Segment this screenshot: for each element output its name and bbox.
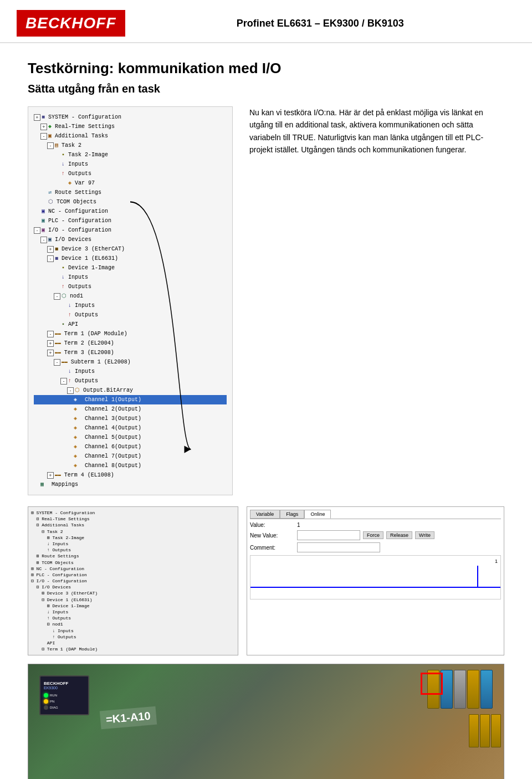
tree-item-ch4[interactable]: ◈ Channel 4(Output) xyxy=(34,423,227,433)
led-diag-label: DIAG xyxy=(50,706,58,709)
tree-item-ch1[interactable]: ◈ Channel 1(Output) xyxy=(34,395,227,404)
term4-icon: ▬▬ xyxy=(55,472,61,479)
plc-icon: ▣ xyxy=(42,217,45,225)
tree-item-system[interactable]: + ■ SYSTEM - Configuration xyxy=(34,112,227,122)
tree-item-term2[interactable]: + ▬▬ Term 2 (EL2004) xyxy=(34,339,227,348)
tree-label-bitarr: Output.BitArray xyxy=(83,386,133,394)
tree-item-ch6[interactable]: ◈ Channel 6(Output) xyxy=(34,442,227,452)
expand-icon-term3[interactable]: + xyxy=(47,350,54,356)
expand-icon-dev3[interactable]: + xyxy=(47,246,54,253)
tree-item-t2in[interactable]: ↓ Inputs xyxy=(34,160,227,169)
tree-item-route[interactable]: ⇌ Route Settings xyxy=(34,188,227,197)
terminal-5 xyxy=(480,670,493,709)
tree-label-term3: Term 3 (EL2008) xyxy=(64,348,114,357)
tab-online[interactable]: Online xyxy=(304,510,331,519)
expand-icon-iodev[interactable]: - xyxy=(40,237,47,243)
tree-item-s1in[interactable]: ↓ Inputs xyxy=(34,367,227,376)
tree-item-s1out[interactable]: - ↑ Outputs xyxy=(34,376,227,386)
tree-label-var97: Var 97 xyxy=(75,179,95,187)
value-label: Value: xyxy=(250,522,294,528)
force-button[interactable]: Force xyxy=(363,531,383,539)
header: BECKHOFF Profinet EL6631 – EK9300 / BK91… xyxy=(0,0,532,43)
ch8-icon: ◈ xyxy=(74,462,81,470)
tree-item-d1in[interactable]: ↓ Inputs xyxy=(34,273,227,282)
tree-item-dev1[interactable]: - ◼ Device 1 (EL6631) xyxy=(34,254,227,263)
comment-input[interactable] xyxy=(297,542,380,552)
expand-icon-dev1[interactable]: - xyxy=(47,255,54,262)
dev3-icon: ◼ xyxy=(55,245,58,253)
tab-variable[interactable]: Variable xyxy=(250,510,280,519)
newvalue-input[interactable] xyxy=(297,530,360,540)
tree-item-nodin[interactable]: ↓ Inputs xyxy=(34,301,227,310)
tree-item-ch2[interactable]: ◈ Channel 2(Output) xyxy=(34,404,227,414)
tree-item-ch7[interactable]: ◈ Channel 7(Output) xyxy=(34,452,227,461)
tree-label-term1: Term 1 (DAP Module) xyxy=(64,330,127,338)
expand-icon-io[interactable]: - xyxy=(34,227,40,234)
expand-icon-term4[interactable]: + xyxy=(47,472,54,479)
expand-icon-rt[interactable]: + xyxy=(40,124,47,130)
tree-item-rt[interactable]: + ◆ Real-Time Settings xyxy=(34,122,227,131)
beckhoff-device: BECKHOFF EK9300 RUN PN DIAG xyxy=(39,675,89,715)
tree-item-ch3[interactable]: ◈ Channel 3(Output) xyxy=(34,414,227,423)
tree-item-mappings[interactable]: ▦ Mappings xyxy=(34,480,227,489)
tree-item-term3[interactable]: + ▬▬ Term 3 (EL2008) xyxy=(34,348,227,357)
release-button[interactable]: Release xyxy=(386,531,412,539)
term-lower-1 xyxy=(469,714,479,747)
expand-icon-nod1[interactable]: - xyxy=(54,293,60,300)
left-column: + ■ SYSTEM - Configuration + ◆ Real-Time… xyxy=(28,106,233,495)
tree-item-task2[interactable]: - ▤ Task 2 xyxy=(34,141,227,150)
main-content: Testkörning: kommunikation med I/O Sätta… xyxy=(0,43,532,779)
expand-icon-task2[interactable]: - xyxy=(47,142,54,149)
tab-flags[interactable]: Flags xyxy=(280,510,304,519)
tree-item-nc[interactable]: ▣ NC - Configuration xyxy=(34,207,227,216)
expand-icon-term2[interactable]: + xyxy=(47,340,54,347)
d1in-icon: ↓ xyxy=(62,273,65,281)
tree-item-tcom[interactable]: ⬡ TCOM Objects xyxy=(34,197,227,207)
tree-item-bitarr[interactable]: - ⬡ Output.BitArray xyxy=(34,386,227,395)
tree-item-iodev[interactable]: - ▣ I/O Devices xyxy=(34,235,227,244)
red-circle-indicator xyxy=(421,673,443,695)
led-run: RUN xyxy=(44,693,85,698)
d1out-icon: ↑ xyxy=(62,283,65,291)
tree-label-ch7: Channel 7(Output) xyxy=(85,452,141,460)
led-diag: DIAG xyxy=(44,705,85,710)
tree-item-ch8[interactable]: ◈ Channel 8(Output) xyxy=(34,461,227,470)
terminal-blocks-lower xyxy=(469,714,501,747)
nod1-icon: ⬡ xyxy=(62,292,66,300)
tree-item-t2img[interactable]: ▪ Task 2-Image xyxy=(34,150,227,160)
expand-icon-s1out[interactable]: - xyxy=(60,378,67,385)
expand-icon[interactable]: + xyxy=(34,114,40,121)
tree-item-d1out[interactable]: ↑ Outputs xyxy=(34,282,227,291)
tree-item-dev3[interactable]: + ◼ Device 3 (EtherCAT) xyxy=(34,244,227,254)
hardware-photo: BECKHOFF EK9300 RUN PN DIAG xyxy=(28,664,504,779)
small-tree-content: ⊞ SYSTEM - Configuration ⊟ Real-Time Set… xyxy=(28,507,238,655)
tree-item-io[interactable]: - ▣ I/O - Configuration xyxy=(34,226,227,235)
tree-label-nodout: Outputs xyxy=(75,311,98,319)
device-brand: BECKHOFF xyxy=(44,681,85,686)
term2-icon: ▬▬ xyxy=(55,340,61,347)
expand-icon-sub1[interactable]: - xyxy=(54,359,60,366)
tree-item-t2out[interactable]: ↑ Outputs xyxy=(34,169,227,178)
chart-baseline xyxy=(250,587,500,588)
expand-icon-tasks[interactable]: - xyxy=(40,133,47,140)
tree-item-d1img[interactable]: ▪ Device 1-Image xyxy=(34,263,227,273)
tree-item-sub1[interactable]: - ▬▬ Subterm 1 (EL2008) xyxy=(34,357,227,367)
expand-icon-bitarr[interactable]: - xyxy=(67,387,74,394)
tree-item-term4[interactable]: + ▬▬ Term 4 (EL1008) xyxy=(34,470,227,480)
map-icon: ▦ xyxy=(40,480,48,489)
tree-label-ch3: Channel 3(Output) xyxy=(85,414,141,423)
header-logo: BECKHOFF xyxy=(17,10,125,37)
tree-item-term1[interactable]: - ▬▬ Term 1 (DAP Module) xyxy=(34,329,227,339)
variable-tabs: Variable Flags Online xyxy=(250,510,501,519)
terminal-4 xyxy=(467,670,479,709)
expand-icon-term1[interactable]: - xyxy=(47,331,54,337)
tree-item-nodout[interactable]: ↑ Outputs xyxy=(34,310,227,320)
tree-item-var97[interactable]: ◈ Var 97 xyxy=(34,178,227,188)
tree-item-tasks[interactable]: - ▣ Additional Tasks xyxy=(34,131,227,141)
tree-item-plc[interactable]: ▣ PLC - Configuration xyxy=(34,216,227,226)
tree-item-ch5[interactable]: ◈ Channel 5(Output) xyxy=(34,433,227,442)
tree-item-nod1[interactable]: - ⬡ nod1 xyxy=(34,291,227,301)
tree-item-api[interactable]: ▪ API xyxy=(34,320,227,329)
write-button[interactable]: Write xyxy=(415,531,434,539)
out-icon: ↑ xyxy=(62,170,65,178)
